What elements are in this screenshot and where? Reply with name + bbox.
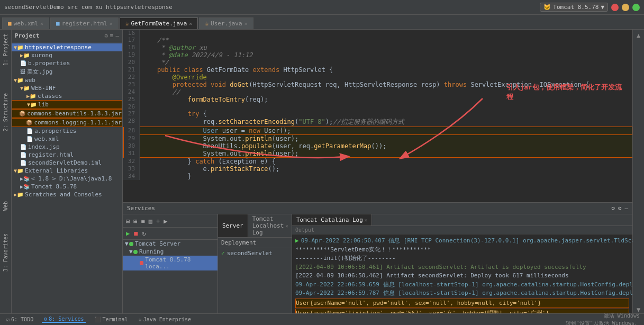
- tree-item-beanutils[interactable]: 📦 commons-beanutils-1.8.3.jar: [12, 109, 122, 118]
- line-number: 22: [123, 74, 140, 81]
- collapse-all-btn[interactable]: ⊟: [125, 217, 131, 225]
- line-number: 17: [123, 37, 140, 44]
- line-content: */: [140, 59, 632, 66]
- code-line-34: 34 }: [123, 173, 632, 180]
- sidebar-favorites-tab[interactable]: 3: Favorites: [3, 231, 8, 274]
- line-content: req.setCharacterEncoding("UTF-8");//指定服务…: [140, 118, 632, 127]
- tree-label: < 1.8 > D:\Java\java1.8: [31, 175, 112, 182]
- line-number: 19: [123, 51, 140, 59]
- group-btn[interactable]: ▤: [148, 217, 153, 225]
- scroll-up-icon[interactable]: ▲: [637, 32, 640, 39]
- tree-item-bproperties[interactable]: 📄 b.properties: [12, 59, 122, 67]
- deployment-item[interactable]: ✓ secondServlet: [218, 248, 292, 258]
- tree-item-registerhtml[interactable]: 📄 register.html: [12, 151, 122, 159]
- expand-all-btn[interactable]: ⊞: [132, 217, 138, 225]
- sidebar-project-tab[interactable]: 1: Project: [3, 32, 8, 68]
- tab-catalina-log[interactable]: Tomcat Catalina Log ✕: [292, 214, 372, 225]
- bottom-tab-services[interactable]: ⚙ 8: Services: [42, 316, 86, 323]
- line-content: formDateToEntry(req);: [140, 96, 632, 103]
- bottom-tab-java-enterprise[interactable]: ☕ Java Enterprise: [137, 317, 193, 322]
- chevron-down-icon: ▼: [601, 4, 604, 11]
- tab-close-icon[interactable]: ✕: [110, 21, 113, 26]
- tree-item-extlibs[interactable]: ▼📁 External Libraries: [12, 167, 122, 175]
- tree-label: commons-beanutils-1.8.3.jar: [27, 110, 122, 117]
- gear-icon[interactable]: ≡: [110, 32, 114, 39]
- minimize-button[interactable]: [622, 4, 629, 11]
- tree-item-httpservletresponse[interactable]: ▼📁 httpservletresponse: [12, 43, 122, 51]
- bottom-tab-terminal[interactable]: ⬛ Terminal: [92, 317, 130, 322]
- stop-btn[interactable]: ■: [133, 229, 139, 238]
- tab-getformdate[interactable]: ☕ GetFormDate.java ✕: [120, 17, 198, 29]
- tree-item-iml[interactable]: 📄 secondServletDemo.iml: [12, 159, 122, 167]
- project-tree[interactable]: ▼📁 httpservletresponse ▶📁 xurong 📄 b.pro…: [12, 42, 122, 313]
- html-file-icon: ■: [56, 20, 60, 27]
- maximize-button[interactable]: [632, 4, 640, 11]
- tree-item-tomcat[interactable]: ▶📚 Tomcat 8.5.78: [12, 183, 122, 191]
- tree-item-java18[interactable]: ▶📚 < 1.8 > D:\Java\java1.8: [12, 175, 122, 183]
- tree-item-jpg[interactable]: 🖼 美女.jpg: [12, 67, 122, 76]
- svc-item-tomcat-server[interactable]: ▼ Tomcat Server: [123, 240, 217, 248]
- tab-webxml[interactable]: ■ web.xml ✕: [2, 17, 49, 29]
- tree-item-web[interactable]: ▼📁 web: [12, 76, 122, 84]
- tree-item-webinf[interactable]: ▼📁 WEB-INF: [12, 84, 122, 92]
- run-btn[interactable]: ▶: [125, 229, 131, 238]
- bottom-tab-todo[interactable]: ☑ 6: TODO: [4, 317, 35, 322]
- tab-close3-icon[interactable]: ✕: [365, 218, 367, 223]
- tomcat-localhost-tab-label: Tomcat Localhost Log: [252, 215, 284, 236]
- code-line-28a: 28 req.setCharacterEncoding("UTF-8");//指…: [123, 118, 632, 127]
- server-tab-label: Server: [222, 222, 243, 229]
- line-content: [140, 103, 632, 110]
- tree-item-logging[interactable]: 📦 commons-logging-1.1.1.jar: [12, 118, 122, 127]
- tab-tomcat-localhost[interactable]: Tomcat Localhost Log ✕: [248, 214, 292, 237]
- tree-item-classes[interactable]: ▶📁 classes: [12, 92, 122, 100]
- svc-item-running[interactable]: ▼ Running: [123, 248, 217, 256]
- tomcat-badge[interactable]: 🐱 Tomcat 8.5.78 ▼: [540, 3, 608, 12]
- svc-label: Running: [139, 248, 164, 255]
- output-area[interactable]: ▶09-Apr-2022 22:06:50.407 信息 [RMI TCP Co…: [292, 234, 632, 313]
- tree-item-indexjsp[interactable]: 📄 index.jsp: [12, 143, 122, 151]
- tree-item-aproperties[interactable]: 📄 a.properties: [12, 127, 122, 135]
- svc-item-tomcat-instance[interactable]: Tomcat 8.5.78 loca...: [123, 256, 217, 270]
- tree-item-lib[interactable]: ▼📁 lib: [12, 100, 122, 109]
- add-btn[interactable]: +: [155, 217, 161, 225]
- tree-label: secondServletDemo.iml: [28, 159, 102, 166]
- close-button[interactable]: [611, 4, 619, 11]
- tab-register[interactable]: ■ register.html ✕: [50, 17, 119, 29]
- line-number: 29: [123, 135, 140, 143]
- todo-icon: ☑: [6, 317, 10, 322]
- filter-btn[interactable]: ≡: [140, 217, 146, 225]
- sidebar-web-tab[interactable]: Web: [3, 199, 8, 213]
- tab-close-icon[interactable]: ✕: [189, 21, 192, 26]
- more-btn[interactable]: ▶: [162, 217, 168, 225]
- close-services-icon[interactable]: —: [624, 205, 628, 212]
- code-editor[interactable]: 16 17 /** 18 * @author xu 19: [123, 30, 632, 202]
- output-line-2: **********ServletDemo实化！！***********: [295, 246, 629, 255]
- refresh-btn[interactable]: ↻: [141, 229, 147, 238]
- tree-label: External Libraries: [25, 167, 88, 174]
- tab-close-icon[interactable]: ✕: [40, 21, 43, 26]
- enterprise-label: Java Enterprise: [143, 317, 191, 322]
- gear-icon2[interactable]: ⚙: [618, 205, 622, 212]
- tab-user[interactable]: ☕ User.java ✕: [199, 17, 253, 29]
- tree-item-webxml[interactable]: 📄 web.xml: [12, 135, 122, 143]
- output-label: Output: [292, 226, 632, 234]
- tree-label: web: [25, 77, 35, 84]
- tree-label: a.properties: [34, 128, 76, 134]
- tab-close2-icon[interactable]: ✕: [285, 223, 288, 229]
- close-panel-icon[interactable]: —: [115, 32, 119, 39]
- services-right-panel: Tomcat Catalina Log ✕ Output ▶09-Apr-202…: [292, 214, 632, 313]
- services-content: ⊟ ⊞ ≡ ▤ + ▶ ▶ ■ ↻ ▼: [123, 214, 632, 313]
- code-line-21: 21 public class GetFormDate extends Http…: [123, 66, 632, 74]
- line-content: * @date 2022/4/9 - 11:12: [140, 51, 632, 59]
- settings-icon[interactable]: ⚙: [104, 32, 108, 39]
- tree-item-xurong[interactable]: ▶📁 xurong: [12, 51, 122, 59]
- tree-label: register.html: [28, 151, 74, 158]
- settings-icon[interactable]: ⚙: [611, 205, 615, 212]
- line-number: 30: [123, 142, 140, 150]
- xml-file-icon: ■: [8, 20, 12, 27]
- line-content: * @author xu: [140, 44, 632, 51]
- sidebar-structure-tab[interactable]: 2: Structure: [3, 91, 8, 133]
- tree-item-scratches[interactable]: ▶📁 Scratches and Consoles: [12, 191, 122, 198]
- tab-server[interactable]: Server: [218, 214, 248, 237]
- tab-close-icon[interactable]: ✕: [244, 21, 248, 26]
